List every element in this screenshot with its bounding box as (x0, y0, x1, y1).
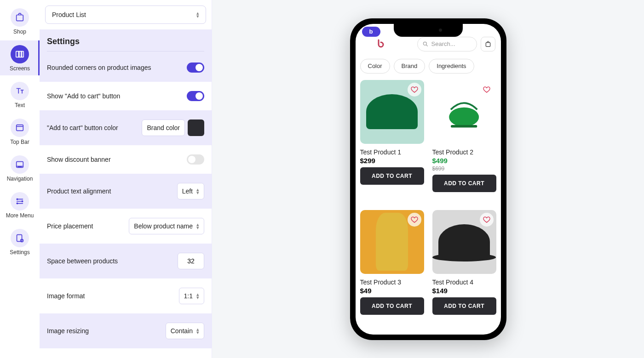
sidebar-item-text[interactable]: Text (0, 77, 40, 112)
navigation-icon (11, 155, 29, 174)
screens-icon (11, 45, 29, 63)
row-label: Show "Add to cart" button (47, 92, 120, 100)
atc-color-swatch[interactable] (188, 119, 204, 136)
product-card[interactable]: Test Product 4 $149 ADD TO CART (432, 210, 496, 324)
product-name: Test Product 4 (432, 278, 496, 286)
brand-badge: b (362, 27, 380, 37)
chevron-updown-icon: ▴▾ (196, 188, 199, 194)
product-price: $299 (360, 157, 424, 165)
settings-icon (11, 229, 29, 247)
row-label: Price placement (47, 222, 93, 230)
price-placement-select[interactable]: Below product name ▴▾ (129, 218, 204, 234)
svg-rect-15 (486, 42, 490, 46)
svg-rect-12 (17, 235, 22, 242)
preview-canvas: b Search... Color Brand Ingredients (212, 0, 644, 358)
filter-chip-ingredients[interactable]: Ingredients (429, 59, 474, 74)
favorite-button[interactable] (480, 213, 494, 227)
svg-point-9 (17, 199, 17, 199)
favorite-button[interactable] (480, 83, 494, 97)
product-price: $499 (432, 157, 496, 165)
phone-frame: b Search... Color Brand Ingredients (350, 18, 506, 340)
filter-row: Color Brand Ingredients (356, 54, 501, 80)
sidebar-item-label: Shop (13, 28, 26, 35)
row-label: Rounded corners on product images (47, 64, 151, 71)
product-card[interactable]: Test Product 2 $499 $699 ADD TO CART (432, 80, 496, 201)
space-between-input[interactable] (178, 253, 204, 269)
heart-icon (483, 216, 491, 224)
svg-point-16 (449, 107, 479, 126)
screen-select-value: Product List (52, 11, 86, 18)
product-price: $149 (432, 287, 496, 295)
shop-icon (11, 8, 29, 27)
filter-chip-color[interactable]: Color (360, 59, 390, 74)
svg-rect-4 (17, 125, 23, 131)
svg-rect-17 (451, 125, 477, 128)
svg-rect-0 (17, 15, 23, 21)
add-to-cart-button[interactable]: ADD TO CART (360, 297, 424, 315)
product-card[interactable]: Test Product 3 $49 ADD TO CART (360, 210, 424, 324)
topbar-icon (11, 119, 29, 137)
product-name: Test Product 2 (432, 148, 496, 156)
product-card[interactable]: Test Product 1 $299 ADD TO CART (360, 80, 424, 201)
svg-point-7 (19, 166, 20, 167)
search-icon (422, 41, 429, 47)
sidebar-item-moremenu[interactable]: More Menu (0, 188, 40, 222)
add-to-cart-button[interactable]: ADD TO CART (360, 167, 424, 185)
sidebar-item-label: Top Bar (10, 139, 29, 145)
settings-heading: Settings (47, 37, 204, 51)
sidebar-item-label: Settings (10, 249, 29, 256)
product-image (432, 210, 496, 274)
atc-color-select[interactable]: Brand color (142, 119, 185, 136)
sidebar-item-topbar[interactable]: Top Bar (0, 114, 40, 149)
chevron-updown-icon: ▴▾ (196, 11, 199, 18)
row-label: Space between products (47, 257, 118, 265)
product-price: $49 (360, 287, 424, 295)
chevron-updown-icon: ▴▾ (196, 293, 199, 299)
svg-point-14 (423, 42, 426, 45)
svg-point-6 (18, 166, 19, 167)
product-name: Test Product 1 (360, 148, 424, 156)
search-input[interactable]: Search... (417, 37, 477, 51)
sidebar-item-label: Screens (10, 65, 30, 72)
screen-select[interactable]: Product List ▴▾ (45, 6, 206, 24)
product-name: Test Product 3 (360, 278, 424, 286)
favorite-button[interactable] (408, 213, 421, 227)
heart-icon (410, 216, 419, 224)
app-logo-icon (374, 39, 385, 50)
sidebar: Shop Screens Text Top Bar Navigation Mor… (0, 0, 40, 358)
show-atc-toggle[interactable] (187, 91, 204, 101)
row-label: Image format (47, 292, 85, 300)
product-image (360, 210, 424, 274)
text-align-select[interactable]: Left ▴▾ (177, 183, 204, 199)
sidebar-item-settings[interactable]: Settings (0, 224, 40, 259)
chevron-updown-icon: ▴▾ (196, 328, 199, 334)
heart-icon (410, 85, 419, 94)
row-label: Image resizing (47, 327, 89, 335)
sidebar-item-label: Text (15, 102, 25, 108)
row-label: Product text alignment (47, 188, 111, 195)
image-format-select[interactable]: 1:1 ▴▾ (179, 288, 204, 304)
add-to-cart-button[interactable]: ADD TO CART (432, 297, 496, 315)
moremenu-icon (11, 192, 29, 210)
svg-point-10 (22, 201, 23, 202)
favorite-button[interactable] (408, 83, 421, 97)
heart-icon (483, 85, 491, 94)
chevron-updown-icon: ▴▾ (196, 223, 199, 229)
row-label: Show discount banner (47, 156, 111, 163)
sidebar-item-label: More Menu (6, 212, 34, 219)
bag-icon (484, 40, 492, 48)
sidebar-item-label: Navigation (7, 176, 33, 182)
svg-point-11 (17, 203, 17, 204)
discount-banner-toggle[interactable] (187, 154, 204, 165)
add-to-cart-button[interactable]: ADD TO CART (432, 175, 496, 192)
sidebar-item-shop[interactable]: Shop (0, 4, 40, 39)
svg-rect-3 (21, 51, 24, 57)
rounded-corners-toggle[interactable] (187, 63, 204, 73)
sidebar-item-screens[interactable]: Screens (0, 40, 40, 75)
text-icon (11, 82, 29, 100)
cart-button[interactable] (481, 37, 495, 51)
filter-chip-brand[interactable]: Brand (394, 59, 426, 74)
sidebar-item-navigation[interactable]: Navigation (0, 151, 40, 186)
image-resizing-select[interactable]: Contain ▴▾ (166, 323, 204, 339)
search-placeholder: Search... (431, 40, 455, 47)
